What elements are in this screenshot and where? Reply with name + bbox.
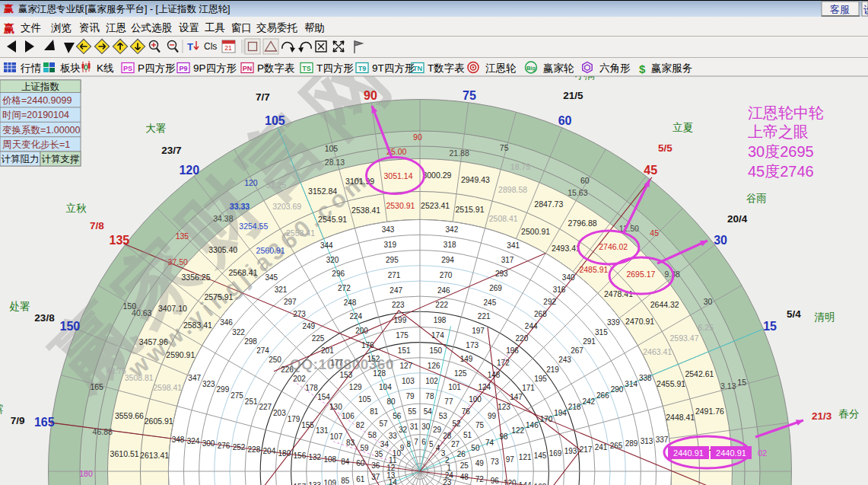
svg-text:129: 129 [349,383,362,391]
svg-text:工具: 工具 [205,22,225,34]
svg-text:37.50: 37.50 [168,257,188,266]
svg-text:150: 150 [60,320,81,333]
svg-text:T四方形: T四方形 [316,62,354,74]
svg-text:2949.43: 2949.43 [461,175,490,184]
svg-text:5/5: 5/5 [658,142,672,154]
svg-text:35: 35 [374,450,383,458]
svg-text:Cls: Cls [204,41,217,52]
svg-text:55: 55 [408,407,417,416]
svg-text:98: 98 [500,432,509,441]
svg-text:21/5: 21/5 [563,90,583,101]
svg-text:行情: 行情 [20,62,42,74]
svg-text:27: 27 [451,440,460,448]
svg-text:8: 8 [406,440,411,448]
svg-text:36: 36 [371,461,380,470]
svg-text:109: 109 [323,479,336,485]
svg-text:7/9: 7/9 [11,415,25,426]
svg-text:帮助: 帮助 [304,22,325,34]
svg-text:5/4: 5/4 [787,308,801,320]
svg-text:9T四方形: 9T四方形 [372,62,415,74]
svg-text:76: 76 [462,407,471,416]
svg-text:73: 73 [491,458,500,466]
svg-text:269: 269 [489,284,502,292]
svg-text:72: 72 [475,475,485,483]
svg-text:43.75: 43.75 [107,366,126,375]
svg-text:149: 149 [460,355,473,363]
svg-text:61: 61 [356,475,365,483]
svg-text:2491.76: 2491.76 [695,407,724,416]
svg-text:31.25: 31.25 [266,180,286,190]
svg-text:春分: 春分 [839,408,860,420]
svg-text:313: 313 [641,437,653,445]
svg-text:30: 30 [421,423,431,431]
svg-text:274: 274 [256,346,269,355]
svg-text:241: 241 [595,443,608,451]
svg-text:222: 222 [435,301,448,309]
svg-text:242: 242 [582,397,595,406]
svg-text:5: 5 [429,440,434,448]
svg-text:21: 21 [224,44,232,52]
svg-text:3610.51: 3610.51 [110,449,139,458]
svg-text:147: 147 [510,393,523,401]
svg-text:172: 172 [497,359,510,367]
svg-text:341: 341 [507,241,520,250]
svg-text:339: 339 [607,318,620,327]
svg-text:赢: 赢 [3,22,14,34]
svg-text:51: 51 [463,431,472,439]
svg-text:2470.91: 2470.91 [625,317,654,326]
svg-text:248: 248 [344,298,357,307]
svg-text:320: 320 [326,256,339,264]
svg-text:131: 131 [316,426,329,435]
svg-text:2898.58: 2898.58 [498,185,527,194]
svg-text:78: 78 [425,392,434,400]
svg-text:25: 25 [460,461,469,470]
svg-text:346: 346 [220,318,233,327]
svg-text:2695.17: 2695.17 [626,270,655,279]
svg-text:2593.47: 2593.47 [670,333,699,343]
svg-text:江恩轮: 江恩轮 [485,62,517,74]
svg-text:243: 243 [558,356,571,364]
svg-text:268: 268 [534,310,547,318]
svg-text:289: 289 [625,439,638,448]
svg-text:P9: P9 [179,65,187,72]
svg-text:60: 60 [356,459,365,467]
svg-text:15: 15 [763,320,777,333]
svg-text:2575.91: 2575.91 [204,292,233,302]
svg-text:154: 154 [317,393,330,401]
svg-text:317: 317 [501,256,514,264]
svg-text:105: 105 [358,395,371,404]
svg-text:3203.69: 3203.69 [272,202,301,211]
svg-text:165: 165 [34,416,55,429]
svg-text:105: 105 [325,144,339,153]
svg-text:赢家服务: 赢家服务 [651,62,693,74]
svg-text:194: 194 [554,409,567,417]
svg-text:3000.29: 3000.29 [422,171,451,180]
svg-text:299: 299 [217,385,230,394]
svg-text:2485.91: 2485.91 [579,265,608,274]
svg-text:时间=20190104: 时间=20190104 [2,110,69,120]
svg-text:2538.41: 2538.41 [351,206,380,215]
svg-text:314: 314 [625,380,637,388]
svg-text:132: 132 [308,453,321,461]
svg-text:30: 30 [704,297,713,306]
svg-text:45度2746: 45度2746 [748,163,814,180]
svg-text:105: 105 [265,114,285,127]
svg-text:120: 120 [504,479,517,485]
svg-text:大署: 大署 [145,123,166,134]
svg-text:275: 275 [231,391,243,400]
svg-text:33.33: 33.33 [230,202,250,211]
svg-text:297: 297 [284,298,297,306]
svg-text:145: 145 [534,451,547,460]
svg-text:122: 122 [511,426,524,435]
svg-text:变换系数=1.00000: 变换系数=1.00000 [2,125,81,136]
svg-text:3356.25: 3356.25 [182,273,211,282]
svg-text:150: 150 [429,346,442,355]
svg-text:174: 174 [431,331,444,340]
svg-text:T9: T9 [358,65,367,72]
svg-text:PN: PN [243,65,253,72]
svg-text:300: 300 [202,439,215,448]
svg-text:176: 176 [361,341,374,349]
svg-text:77: 77 [444,397,453,406]
svg-text:227: 227 [259,403,272,411]
svg-text:244: 244 [525,322,538,330]
